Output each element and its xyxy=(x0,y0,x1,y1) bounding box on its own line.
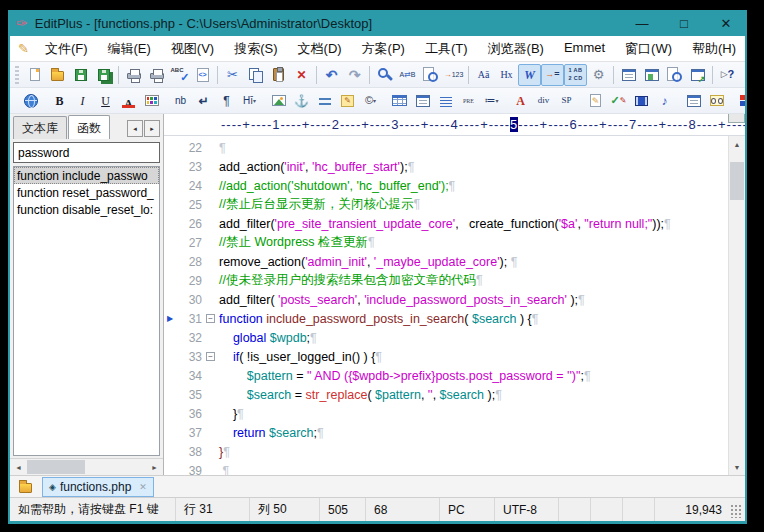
function-list-item[interactable]: function reset_password_ xyxy=(14,184,159,201)
find-button[interactable] xyxy=(373,64,396,86)
copyright-button[interactable]: ©▾ xyxy=(359,90,382,112)
function-list-item[interactable]: function disable_reset_lo: xyxy=(14,201,159,218)
tab-functions[interactable]: 函数 xyxy=(68,115,110,139)
function-list-item[interactable]: function include_passwo xyxy=(14,167,159,184)
italic-button[interactable]: I xyxy=(71,90,94,112)
code-line-38[interactable]: 38}¶ xyxy=(164,442,728,461)
code-line-27[interactable]: 27//禁止 Wordpress 检查更新¶ xyxy=(164,233,728,252)
title-bar[interactable]: ✑ EditPlus - [functions.php - C:\Users\A… xyxy=(8,10,747,36)
menu-item-7[interactable]: 工具(T) xyxy=(415,37,478,61)
new-file-button[interactable] xyxy=(23,64,46,86)
hr-button[interactable] xyxy=(313,90,336,112)
tab-scroll-right-button[interactable]: ▸ xyxy=(144,120,160,137)
print-preview-button[interactable] xyxy=(122,64,145,86)
menu-item-9[interactable]: Emmet xyxy=(554,37,615,61)
menu-item-4[interactable]: 搜索(S) xyxy=(224,37,287,61)
resize-grip[interactable] xyxy=(730,504,743,518)
span-tag-button[interactable]: SP xyxy=(555,90,578,112)
list-button[interactable]: ≔▾ xyxy=(480,90,503,112)
save-all-button[interactable] xyxy=(92,64,115,86)
undo-button[interactable]: ↶ xyxy=(320,64,343,86)
script-button[interactable]: ✓✎ xyxy=(607,90,630,112)
bold-button[interactable]: B xyxy=(48,90,71,112)
menu-item-8[interactable]: 浏览器(B) xyxy=(478,37,554,61)
copy-button[interactable] xyxy=(244,64,267,86)
code-line-23[interactable]: 23add_action('init', 'hc_buffer_start');… xyxy=(164,157,728,176)
close-button[interactable]: ✕ xyxy=(705,10,747,36)
menu-item-3[interactable]: 视图(V) xyxy=(161,37,224,61)
sidebar-horizontal-scrollbar[interactable]: ◄ ► xyxy=(10,458,163,475)
code-line-26[interactable]: 26add_filter('pre_site_transient_update_… xyxy=(164,214,728,233)
scroll-left-button[interactable]: ◄ xyxy=(10,459,27,475)
tab-cliptext[interactable]: 文本库 xyxy=(13,116,67,139)
color-picker-button[interactable] xyxy=(140,90,163,112)
nbsp-button[interactable]: nb xyxy=(169,90,192,112)
object-picker-button[interactable] xyxy=(734,90,745,112)
div-center-button[interactable] xyxy=(411,90,434,112)
function-filter-input[interactable] xyxy=(13,142,160,163)
toolbar-grip[interactable] xyxy=(15,66,19,84)
anchor-button[interactable]: ⚓ xyxy=(290,90,313,112)
scroll-up-button[interactable]: ▲ xyxy=(729,136,745,152)
split-box[interactable] xyxy=(728,114,745,123)
word-wrap-button[interactable]: W xyxy=(518,64,541,86)
find-in-files-button[interactable] xyxy=(419,64,442,86)
menu-item-2[interactable]: 编辑(E) xyxy=(98,37,161,61)
form-field-button[interactable] xyxy=(682,90,705,112)
view-in-browser-button[interactable]: ↗ xyxy=(686,64,709,86)
code-area[interactable]: 22¶23add_action('init', 'hc_buffer_start… xyxy=(164,136,728,475)
file-manager-button[interactable] xyxy=(640,64,663,86)
note-button[interactable]: ✎ xyxy=(336,90,359,112)
code-line-34[interactable]: 34 $pattern = " AND ({$wpdb->prefix}post… xyxy=(164,366,728,385)
radio-group-button[interactable] xyxy=(705,90,728,112)
code-line-25[interactable]: 25//禁止后台显示更新，关闭核心提示¶ xyxy=(164,195,728,214)
hex-view-button[interactable]: Hx xyxy=(495,64,518,86)
file-preview-button[interactable] xyxy=(663,64,686,86)
code-line-29[interactable]: 29//使未登录用户的搜索结果包含加密文章的代码¶ xyxy=(164,271,728,290)
line-number-button[interactable]: 1 AB2 CD xyxy=(564,64,587,86)
cut-button[interactable]: ✂ xyxy=(221,64,244,86)
goto-line-button[interactable]: →123 xyxy=(442,64,465,86)
print-button[interactable] xyxy=(145,64,168,86)
open-button[interactable] xyxy=(46,64,69,86)
document-selector-button[interactable] xyxy=(617,64,640,86)
table-button[interactable] xyxy=(388,90,411,112)
heading-button[interactable]: Hī▾ xyxy=(238,90,261,112)
show-tabs-button[interactable]: →= xyxy=(541,64,564,86)
scroll-down-button[interactable]: ▼ xyxy=(729,459,745,475)
fold-toggle[interactable]: − xyxy=(202,314,219,323)
spell-check-button[interactable]: ABC✓ xyxy=(168,64,191,86)
menu-item-11[interactable]: 帮助(H) xyxy=(682,37,745,61)
redo-button[interactable]: ↷ xyxy=(343,64,366,86)
paragraph-button[interactable]: ¶ xyxy=(215,90,238,112)
menu-item-10[interactable]: 窗口(W) xyxy=(615,37,682,61)
browser-button[interactable] xyxy=(19,90,42,112)
menu-item-6[interactable]: 方案(P) xyxy=(352,37,415,61)
code-line-22[interactable]: 22¶ xyxy=(164,138,728,157)
maximize-button[interactable]: □ xyxy=(663,10,705,36)
replace-button[interactable]: A⇄B xyxy=(396,64,419,86)
code-line-24[interactable]: 24//add_action('shutdown', 'hc_buffer_en… xyxy=(164,176,728,195)
form-button[interactable]: ✎ xyxy=(584,90,607,112)
menu-item-5[interactable]: 文档(D) xyxy=(288,37,352,61)
media-button[interactable] xyxy=(630,90,653,112)
font-color-button[interactable]: A xyxy=(117,90,140,112)
directory-window-button[interactable] xyxy=(14,477,36,496)
preferences-button[interactable]: ⚙ xyxy=(587,64,610,86)
context-help-button[interactable]: ▷? xyxy=(716,64,739,86)
code-line-39[interactable]: 39 ¶ xyxy=(164,461,728,475)
justify-button[interactable] xyxy=(434,90,457,112)
scrollbar-track[interactable] xyxy=(729,152,745,459)
scroll-right-button[interactable]: ► xyxy=(146,459,163,475)
code-line-31[interactable]: ▶31−function include_password_posts_in_s… xyxy=(164,309,728,328)
code-line-33[interactable]: 33− if( !is_user_logged_in() ) {¶ xyxy=(164,347,728,366)
fold-toggle[interactable]: − xyxy=(202,352,219,361)
code-line-28[interactable]: 28remove_action('admin_init', '_maybe_up… xyxy=(164,252,728,271)
scrollbar-thumb[interactable] xyxy=(730,162,744,200)
line-break-button[interactable]: ↵ xyxy=(192,90,215,112)
vertical-scrollbar[interactable]: ▲ ▼ xyxy=(728,136,745,475)
image-button[interactable] xyxy=(267,90,290,112)
underline-button[interactable]: U xyxy=(94,90,117,112)
code-line-36[interactable]: 36 }¶ xyxy=(164,404,728,423)
minimize-button[interactable]: — xyxy=(621,10,663,36)
